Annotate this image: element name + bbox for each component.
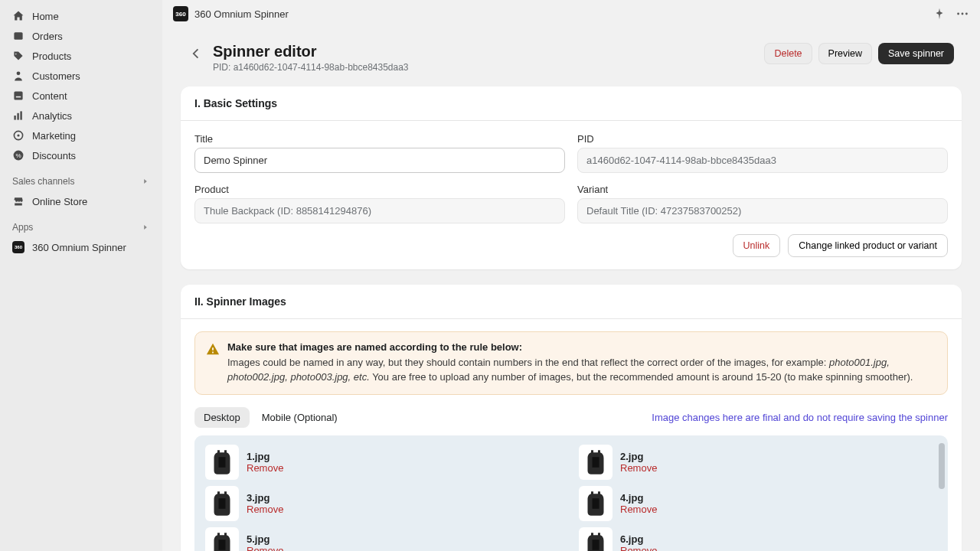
remove-link[interactable]: Remove bbox=[247, 545, 283, 551]
home-icon bbox=[12, 10, 24, 22]
preview-button[interactable]: Preview bbox=[818, 43, 872, 64]
nav-marketing[interactable]: Marketing bbox=[5, 126, 158, 145]
image-item: 2.jpgRemove bbox=[579, 445, 937, 480]
more-icon[interactable] bbox=[956, 7, 969, 21]
remove-link[interactable]: Remove bbox=[247, 504, 283, 515]
image-thumb bbox=[579, 445, 612, 480]
image-thumb bbox=[205, 445, 239, 480]
back-button[interactable] bbox=[188, 46, 204, 61]
product-input bbox=[194, 198, 565, 223]
remove-link[interactable]: Remove bbox=[247, 462, 283, 474]
page-title: Spinner editor bbox=[213, 43, 409, 60]
image-item: 4.jpgRemove bbox=[579, 486, 937, 521]
card-header: II. Spinner Images bbox=[181, 285, 962, 319]
svg-rect-4 bbox=[14, 116, 15, 120]
image-filename: 2.jpg bbox=[620, 451, 657, 462]
notice-text: Images could be named in any way, but th… bbox=[227, 356, 936, 385]
tag-icon bbox=[12, 50, 24, 62]
change-linked-button[interactable]: Change linked product or variant bbox=[788, 234, 948, 257]
nav-app-omnium[interactable]: 360360 Omnium Spinner bbox=[5, 237, 158, 257]
nav-label: Home bbox=[32, 11, 59, 22]
images-scroll[interactable]: 1.jpgRemove2.jpgRemove3.jpgRemove4.jpgRe… bbox=[194, 435, 948, 551]
app-badge-icon: 360 bbox=[173, 6, 188, 21]
svg-point-11 bbox=[957, 13, 959, 15]
nav-label: Analytics bbox=[32, 110, 72, 122]
discount-icon: % bbox=[12, 149, 24, 161]
nav-customers[interactable]: Customers bbox=[5, 66, 158, 86]
person-icon bbox=[12, 70, 24, 82]
basic-settings-card: I. Basic Settings Title PID bbox=[181, 86, 962, 269]
image-thumb bbox=[579, 486, 612, 521]
unlink-button[interactable]: Unlink bbox=[733, 234, 781, 257]
page-subtitle: PID: a1460d62-1047-4114-98ab-bbce8435daa… bbox=[213, 62, 409, 73]
image-item: 5.jpgRemove bbox=[205, 527, 564, 551]
nav-label: Products bbox=[32, 51, 71, 62]
nav-home[interactable]: Home bbox=[5, 6, 158, 26]
nav-label: 360 Omnium Spinner bbox=[32, 242, 126, 253]
nav-label: Discounts bbox=[32, 150, 76, 161]
product-label: Product bbox=[194, 184, 565, 195]
chevron-right-icon bbox=[141, 177, 150, 186]
pin-icon[interactable] bbox=[933, 7, 946, 21]
svg-point-13 bbox=[965, 13, 968, 15]
image-hint: Image changes here are final and do not … bbox=[652, 412, 948, 423]
target-icon bbox=[12, 129, 24, 142]
app-name: 360 Omnium Spinner bbox=[194, 8, 289, 20]
image-thumb bbox=[579, 527, 612, 551]
svg-rect-2 bbox=[14, 91, 22, 99]
tab-desktop[interactable]: Desktop bbox=[194, 407, 250, 428]
pid-label: PID bbox=[577, 133, 948, 145]
title-input[interactable] bbox=[194, 148, 565, 173]
title-label: Title bbox=[194, 133, 565, 145]
section-label: Sales channels bbox=[12, 176, 74, 187]
store-icon bbox=[12, 195, 24, 207]
topbar: 360 360 Omnium Spinner bbox=[162, 0, 980, 28]
notice-title: Make sure that images are named accordin… bbox=[227, 341, 936, 353]
remove-link[interactable]: Remove bbox=[620, 545, 657, 551]
remove-link[interactable]: Remove bbox=[620, 462, 657, 474]
nav-label: Customers bbox=[32, 70, 80, 82]
card-header: I. Basic Settings bbox=[181, 86, 962, 121]
svg-rect-5 bbox=[17, 113, 18, 120]
image-item: 3.jpgRemove bbox=[205, 486, 564, 521]
nav-orders[interactable]: Orders bbox=[5, 26, 158, 46]
svg-point-8 bbox=[17, 134, 19, 136]
apps-header[interactable]: Apps bbox=[5, 217, 158, 237]
chevron-right-icon bbox=[141, 223, 150, 232]
nav-label: Marketing bbox=[32, 130, 76, 142]
nav-label: Online Store bbox=[32, 196, 87, 207]
svg-rect-3 bbox=[16, 96, 21, 98]
remove-link[interactable]: Remove bbox=[620, 504, 657, 515]
image-filename: 1.jpg bbox=[247, 451, 283, 462]
content-icon bbox=[12, 90, 24, 102]
image-thumb bbox=[205, 527, 239, 551]
svg-point-12 bbox=[962, 13, 964, 15]
app-icon: 360 bbox=[12, 241, 24, 253]
svg-rect-6 bbox=[20, 111, 21, 119]
image-thumb bbox=[205, 486, 239, 521]
tab-mobile[interactable]: Mobile (Optional) bbox=[253, 407, 347, 428]
orders-icon bbox=[12, 30, 24, 42]
spinner-images-card: II. Spinner Images Make sure that images… bbox=[181, 285, 962, 551]
nav-products[interactable]: Products bbox=[5, 46, 158, 66]
warning-icon bbox=[206, 342, 220, 356]
nav-analytics[interactable]: Analytics bbox=[5, 106, 158, 126]
image-filename: 3.jpg bbox=[247, 492, 283, 504]
delete-button[interactable]: Delete bbox=[764, 43, 812, 64]
svg-point-1 bbox=[17, 71, 21, 75]
sidebar: Home Orders Products Customers Content A… bbox=[0, 0, 162, 551]
pid-input bbox=[577, 148, 948, 173]
analytics-icon bbox=[12, 109, 24, 122]
variant-label: Variant bbox=[577, 184, 948, 195]
nav-discounts[interactable]: %Discounts bbox=[5, 145, 158, 165]
image-filename: 6.jpg bbox=[620, 533, 657, 545]
image-item: 6.jpgRemove bbox=[579, 527, 937, 551]
nav-label: Content bbox=[32, 90, 67, 102]
sales-channels-header[interactable]: Sales channels bbox=[5, 171, 158, 191]
save-button[interactable]: Save spinner bbox=[878, 43, 954, 64]
scrollbar[interactable] bbox=[939, 443, 945, 489]
nav-label: Orders bbox=[32, 31, 63, 42]
image-filename: 4.jpg bbox=[620, 492, 657, 504]
nav-online-store[interactable]: Online Store bbox=[5, 191, 158, 211]
nav-content[interactable]: Content bbox=[5, 86, 158, 106]
